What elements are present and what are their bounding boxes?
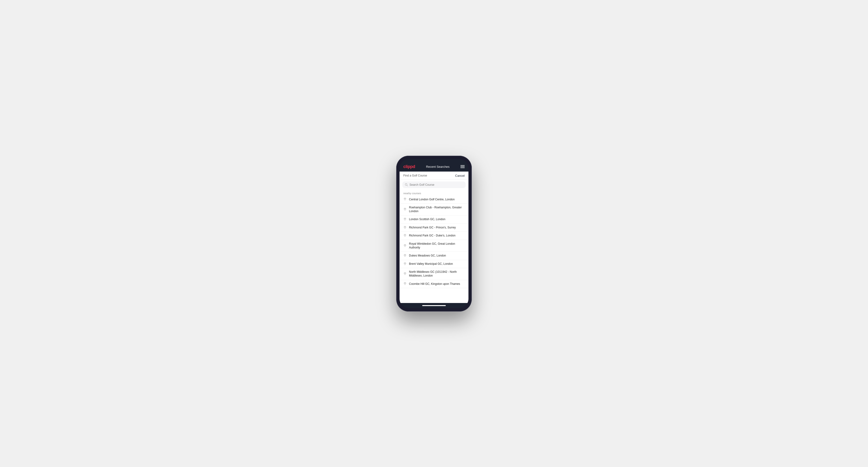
location-pin-icon xyxy=(403,272,407,276)
course-list-item[interactable]: Royal Wimbledon GC, Great London Authori… xyxy=(400,240,468,252)
course-name: Richmond Park GC - Duke's, London xyxy=(409,234,456,238)
svg-point-2 xyxy=(405,198,405,199)
search-icon xyxy=(405,183,408,186)
course-list-item[interactable]: Richmond Park GC - Prince's, Surrey xyxy=(400,224,468,232)
course-name: Royal Wimbledon GC, Great London Authori… xyxy=(409,242,465,249)
search-box xyxy=(402,182,466,188)
svg-point-6 xyxy=(405,235,405,236)
course-name: Richmond Park GC - Prince's, Surrey xyxy=(409,226,456,229)
course-list-item[interactable]: London Scottish GC, London xyxy=(400,215,468,224)
nearby-label: Nearby courses xyxy=(400,190,468,196)
course-list-item[interactable]: Richmond Park GC - Duke's, London xyxy=(400,232,468,240)
app-header: clippd Recent Searches xyxy=(400,162,468,172)
course-list-item[interactable]: Coombe Hill GC, Kingston upon Thames xyxy=(400,280,468,288)
search-input[interactable] xyxy=(409,183,463,186)
course-name: North Middlesex GC (1011942 - North Midd… xyxy=(409,270,465,278)
courses-list: Central London Golf Centre, London Roeha… xyxy=(400,196,468,288)
course-name: Brent Valley Municipal GC, London xyxy=(409,262,453,266)
svg-point-7 xyxy=(405,245,405,245)
location-pin-icon xyxy=(403,254,407,257)
phone-screen: clippd Recent Searches Find a Golf Cours… xyxy=(400,159,468,308)
course-name: Central London Golf Centre, London xyxy=(409,198,455,201)
course-name: Dukes Meadows GC, London xyxy=(409,254,446,258)
find-header: Find a Golf Course Cancel xyxy=(400,172,468,180)
course-name: Roehampton Club - Roehampton, Greater Lo… xyxy=(409,206,465,213)
find-label: Find a Golf Course xyxy=(403,174,427,177)
location-pin-icon xyxy=(403,282,407,285)
location-pin-icon xyxy=(403,208,407,211)
search-container xyxy=(400,180,468,190)
svg-line-1 xyxy=(407,185,408,186)
home-indicator xyxy=(400,303,468,308)
location-pin-icon xyxy=(403,218,407,221)
course-name: London Scottish GC, London xyxy=(409,218,445,221)
course-name: Coombe Hill GC, Kingston upon Thames xyxy=(409,282,460,286)
course-list-item[interactable]: Brent Valley Municipal GC, London xyxy=(400,260,468,268)
location-pin-icon xyxy=(403,198,407,201)
svg-point-5 xyxy=(405,226,405,227)
app-logo: clippd xyxy=(403,164,415,169)
home-bar xyxy=(422,305,446,306)
header-title: Recent Searches xyxy=(426,165,450,168)
location-pin-icon xyxy=(403,244,407,248)
svg-point-8 xyxy=(405,255,405,255)
course-list-item[interactable]: North Middlesex GC (1011942 - North Midd… xyxy=(400,268,468,280)
location-pin-icon xyxy=(403,226,407,229)
app-content: Find a Golf Course Cancel Nearby courses xyxy=(400,172,468,303)
location-pin-icon xyxy=(403,234,407,238)
menu-icon[interactable] xyxy=(460,165,465,168)
svg-point-11 xyxy=(405,283,405,284)
svg-point-9 xyxy=(405,263,405,263)
location-pin-icon xyxy=(403,262,407,266)
svg-point-4 xyxy=(405,219,405,219)
course-list-item[interactable]: Central London Golf Centre, London xyxy=(400,196,468,204)
phone-frame: clippd Recent Searches Find a Golf Cours… xyxy=(396,156,472,311)
status-bar xyxy=(400,159,468,162)
nearby-section: Nearby courses Central London Golf Centr… xyxy=(400,190,468,303)
svg-point-10 xyxy=(405,273,405,274)
course-list-item[interactable]: Dukes Meadows GC, London xyxy=(400,252,468,260)
course-list-item[interactable]: Roehampton Club - Roehampton, Greater Lo… xyxy=(400,204,468,215)
svg-point-3 xyxy=(405,208,405,209)
cancel-button[interactable]: Cancel xyxy=(455,174,465,178)
